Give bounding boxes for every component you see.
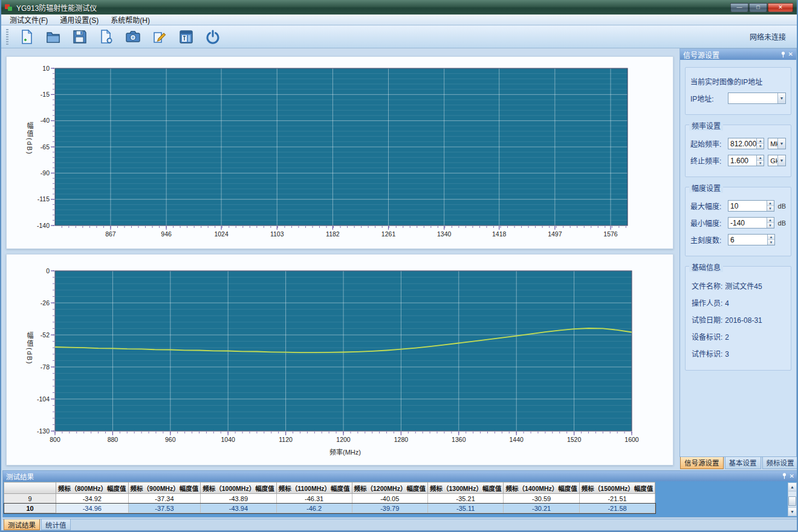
cell-9-7[interactable]: -21.51 [579, 494, 655, 504]
panel-close-icon[interactable]: ✕ [790, 473, 794, 479]
major-divisions-spinner[interactable]: ▲▼ [767, 235, 774, 245]
stop-frequency-input[interactable]: 1.600 ▲▼ [728, 155, 764, 166]
table-row-9[interactable]: 9-34.92-37.34-43.89-46.31-40.05-35.21-30… [4, 494, 655, 504]
cell-9-3[interactable]: -46.31 [276, 494, 352, 504]
panel-close-icon[interactable]: ✕ [788, 51, 793, 57]
x-tick-label: 1440 [510, 436, 524, 443]
cell-10-2[interactable]: -43.94 [201, 504, 276, 513]
major-divisions-input[interactable]: 6 ▲▼ [728, 234, 775, 245]
scrollbar-track[interactable] [788, 491, 796, 507]
cell-9-0[interactable]: -34.92 [56, 494, 129, 504]
row-number[interactable]: 10 [4, 504, 56, 513]
column-header-3[interactable]: 频标（1100MHz）幅度值 [276, 482, 352, 494]
cell-10-3[interactable]: -46.2 [276, 504, 352, 513]
x-tick-label: 880 [108, 436, 118, 443]
menu-item-2[interactable]: 系统帮助(H) [105, 14, 156, 25]
cell-10-7[interactable]: -21.58 [579, 504, 655, 513]
table-row-10[interactable]: 10-34.96-37.53-43.94-46.2-39.79-35.11-30… [4, 504, 655, 513]
column-header-1[interactable]: 频标（900MHz）幅度值 [128, 482, 201, 494]
column-header-2[interactable]: 频标（1000MHz）幅度值 [201, 482, 276, 494]
side-tab-2[interactable]: 频标设置 [762, 457, 798, 469]
row-number[interactable]: 9 [4, 494, 56, 504]
info-value: 测试文件45 [725, 282, 762, 291]
snapshot-button[interactable] [123, 27, 143, 47]
side-tab-0[interactable]: 信号源设置 [680, 457, 724, 469]
minimize-button[interactable]: — [730, 3, 748, 12]
dropdown-arrow-icon[interactable]: ▼ [777, 93, 785, 103]
scroll-up-icon[interactable]: ▲ [788, 483, 796, 491]
cell-10-6[interactable]: -30.21 [504, 504, 579, 513]
menu-item-1[interactable]: 通用设置(S) [54, 14, 105, 25]
y-tick-label: -52 [41, 331, 50, 339]
x-tick-label: 1340 [437, 230, 452, 238]
column-header-4[interactable]: 频标（1200MHz）幅度值 [352, 482, 427, 494]
column-header-5[interactable]: 频标（1300MHz）幅度值 [427, 482, 503, 494]
start-frequency-unit-select[interactable]: MHz ▼ [768, 138, 786, 149]
results-table: 频标（800MHz）幅度值频标（900MHz）幅度值频标（1000MHz）幅度值… [4, 482, 655, 513]
cell-10-5[interactable]: -35.11 [427, 504, 503, 513]
save-button[interactable] [70, 27, 89, 47]
start-frequency-spinner[interactable]: ▲▼ [756, 138, 764, 149]
results-body: 频标（800MHz）幅度值频标（900MHz）幅度值频标（1000MHz）幅度值… [3, 482, 797, 517]
max-amplitude-input[interactable]: 10 ▲▼ [728, 200, 774, 212]
dropdown-arrow-icon[interactable]: ▼ [777, 155, 785, 166]
export-button[interactable] [97, 27, 116, 47]
cell-10-1[interactable]: -37.53 [128, 504, 201, 513]
report-button[interactable] [177, 27, 196, 47]
report-window-icon [178, 29, 194, 45]
stop-frequency-unit-select[interactable]: GHz ▼ [768, 155, 786, 166]
side-tab-1[interactable]: 基本设置 [725, 457, 761, 469]
window-title: YG913防辐射性能测试仪 [16, 2, 97, 13]
max-amplitude-spinner[interactable]: ▲▼ [767, 201, 774, 211]
menu-item-0[interactable]: 测试文件(F) [4, 14, 54, 25]
new-file-button[interactable] [17, 27, 36, 47]
cell-9-2[interactable]: -43.89 [201, 494, 276, 504]
y-tick-label: -65 [41, 143, 50, 151]
max-amplitude-value: 10 [730, 202, 738, 210]
stop-frequency-spinner[interactable]: ▲▼ [756, 155, 764, 166]
scroll-down-icon[interactable]: ▼ [788, 507, 796, 516]
cell-9-6[interactable]: -30.59 [504, 494, 579, 504]
open-file-button[interactable] [44, 27, 63, 47]
x-tick-label: 946 [161, 230, 172, 238]
bottom-tab-1[interactable]: 统计值 [41, 519, 71, 530]
cell-9-5[interactable]: -35.21 [427, 494, 503, 504]
app-logo-icon [5, 4, 13, 11]
cell-10-0[interactable]: -34.96 [56, 504, 129, 513]
cell-9-1[interactable]: -37.34 [128, 494, 201, 504]
cell-10-4[interactable]: -39.79 [352, 504, 427, 513]
frequency-group-caption: 频率设置 [689, 120, 723, 131]
start-frequency-row: 起始频率: 812.000 ▲▼ MHz ▼ [690, 138, 786, 149]
maximize-button[interactable]: □ [749, 3, 767, 12]
start-frequency-input[interactable]: 812.000 ▲▼ [728, 138, 764, 149]
info-row-3: 设备标识:2 [692, 331, 785, 342]
edit-button[interactable] [150, 27, 169, 47]
close-button[interactable]: ✕ [768, 3, 793, 12]
info-row-0: 文件名称:测试文件45 [692, 281, 785, 291]
x-tick-label: 1576 [603, 230, 618, 238]
results-scrollbar[interactable]: ▲ ▼ [788, 482, 797, 516]
pin-icon[interactable] [782, 473, 787, 479]
upper-chart-panel: 幅值(dB) 867946102411031182126113401418149… [6, 56, 673, 249]
column-header-0[interactable]: 频标（800MHz）幅度值 [56, 482, 129, 494]
stop-frequency-row: 终止频率: 1.600 ▲▼ GHz ▼ [690, 155, 786, 166]
column-header-6[interactable]: 频标（1400MHz）幅度值 [504, 482, 579, 494]
y-tick-label: -130 [37, 427, 50, 435]
ip-address-select[interactable]: ▼ [728, 92, 786, 104]
column-header-7[interactable]: 频标（1500MHz）幅度值 [579, 482, 655, 494]
bottom-tab-0[interactable]: 测试结果 [4, 519, 40, 530]
min-amplitude-input[interactable]: -140 ▲▼ [728, 217, 774, 229]
x-tick-label: 1497 [548, 230, 562, 238]
basic-info-group: 基础信息 文件名称:测试文件45操作人员:4试验日期:2016-08-31设备标… [685, 266, 791, 371]
scrollbar-thumb[interactable] [788, 496, 796, 506]
toolbar-grip[interactable] [6, 29, 8, 45]
min-amplitude-value: -140 [730, 219, 745, 227]
pin-icon[interactable] [780, 51, 786, 58]
application-window: YG913防辐射性能测试仪 — □ ✕ 测试文件(F)通用设置(S)系统帮助(H… [0, 0, 798, 532]
x-tick-label: 1182 [326, 230, 340, 238]
min-amplitude-spinner[interactable]: ▲▼ [767, 218, 774, 228]
power-button[interactable] [203, 27, 222, 47]
stop-frequency-value: 1.600 [730, 157, 748, 165]
cell-9-4[interactable]: -40.05 [352, 494, 427, 504]
dropdown-arrow-icon[interactable]: ▼ [777, 138, 785, 149]
